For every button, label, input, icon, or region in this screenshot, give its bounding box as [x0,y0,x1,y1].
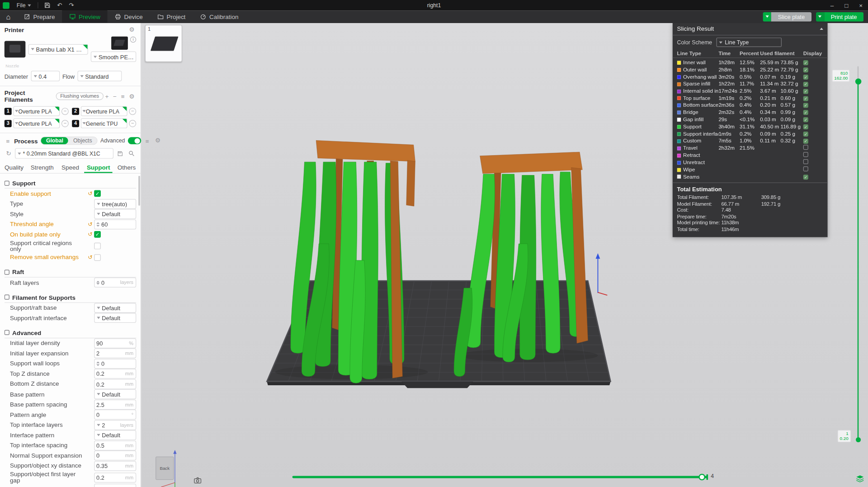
sync-icon[interactable]: ↻ [5,150,13,157]
color-scheme-dropdown[interactable]: Line Type [717,38,782,47]
close-button[interactable]: × [854,0,868,10]
text-input[interactable]: 0° [94,410,136,420]
info-icon[interactable]: i [130,37,136,43]
flow-dropdown[interactable]: Standard [77,71,122,81]
diameter-dropdown[interactable]: 0.4 [31,71,60,81]
text-input[interactable]: 0.2mm [94,369,136,379]
slice-dropdown-icon[interactable] [763,12,771,21]
dropdown[interactable]: Default [94,389,136,399]
display-checkbox[interactable]: ✓ [803,110,808,115]
reset-icon[interactable]: ↺ [88,232,92,237]
undo-icon[interactable]: ↶ [54,2,66,9]
scope-objects-pill[interactable]: Objects [68,137,97,144]
maximize-button[interactable]: □ [839,0,854,10]
file-menu[interactable]: File [13,0,35,10]
display-checkbox[interactable]: ✓ [803,60,808,65]
checkbox[interactable] [94,243,101,250]
filament-dropdown[interactable]: Generic TPU [81,118,127,128]
advanced-toggle[interactable] [128,137,141,144]
param-tab-speed[interactable]: Speed [56,162,84,173]
add-filament-icon[interactable]: + [104,93,110,100]
tab-device[interactable]: Device [108,10,150,23]
param-tab-support[interactable]: Support [85,162,113,173]
dropdown[interactable]: Default [94,313,136,323]
dropdown[interactable]: Default [94,430,136,440]
tab-calibration[interactable]: Calibration [193,10,245,23]
slice-plate-button[interactable]: Slice plate [763,12,811,21]
text-input[interactable]: 0.2mm [94,473,136,482]
filament-list-icon[interactable]: ≡ [119,93,126,100]
layer-slider-top-handle[interactable] [855,78,861,84]
collapse-panel-icon[interactable] [820,28,823,30]
text-input[interactable]: 0mm [94,484,136,487]
display-checkbox[interactable]: ✓ [803,75,808,80]
param-table-icon[interactable]: ≡ [144,137,151,144]
remove-filament-icon[interactable]: − [129,108,136,115]
display-checkbox[interactable] [803,159,808,164]
filament-dropdown[interactable]: Overture PLA [81,106,127,116]
display-checkbox[interactable]: ✓ [803,124,808,129]
display-checkbox[interactable]: ✓ [803,82,808,87]
save-preset-icon[interactable] [116,151,125,156]
checkbox[interactable] [94,254,101,261]
preset-dropdown[interactable]: * 0.20mm Standard @BBL X1C [15,148,113,159]
search-presets-icon[interactable] [127,151,136,156]
dropdown[interactable]: Default [94,209,136,219]
checkbox[interactable]: ✓ [94,231,101,238]
remove-filament-icon[interactable]: − [129,120,136,127]
process-settings-icon[interactable]: ⚙ [153,137,162,144]
spinner-arrows[interactable] [96,222,99,226]
display-checkbox[interactable]: ✓ [803,96,808,101]
text-input[interactable]: 90% [94,338,136,348]
scrollbar[interactable] [138,176,140,206]
home-button[interactable]: ⌂ [0,10,17,23]
dropdown[interactable]: 2layers [94,420,136,430]
text-input[interactable]: 2mm [94,348,136,358]
display-checkbox[interactable] [803,166,808,171]
display-checkbox[interactable]: ✓ [803,103,808,108]
param-tab-strength[interactable]: Strength [28,162,56,173]
text-input[interactable]: 0.2mm [94,379,136,389]
text-input[interactable]: 0mm [94,451,136,461]
layers-icon[interactable] [855,475,865,485]
remove-filament-icon[interactable]: − [61,120,69,127]
minimize-button[interactable]: – [825,0,840,10]
step-slider-track[interactable] [292,476,707,478]
param-tab-quality[interactable]: Quality [0,162,28,173]
spinner-arrows[interactable] [96,362,99,366]
step-slider-handle[interactable] [698,474,705,481]
dropdown[interactable]: Default [94,303,136,313]
back-view-button[interactable]: Back [156,457,174,480]
remove-filament-icon[interactable]: − [111,93,118,100]
display-checkbox[interactable]: ✓ [803,117,808,122]
plate-thumbnail[interactable]: 1 [145,25,182,62]
display-checkbox[interactable]: ✓ [803,139,808,144]
reset-icon[interactable]: ↺ [88,191,92,196]
spinner-input[interactable]: 0 [94,359,136,369]
display-checkbox[interactable]: ✓ [803,175,808,180]
display-checkbox[interactable] [803,145,808,150]
spinner-input[interactable]: 0layers [94,278,136,288]
filament-dropdown[interactable]: Overture PLA [13,106,60,116]
display-checkbox[interactable] [803,152,808,157]
redo-icon[interactable]: ↷ [66,2,77,9]
filament-settings-icon[interactable]: ⚙ [127,93,136,100]
screenshot-camera-icon[interactable] [194,476,202,486]
save-icon[interactable] [41,2,54,8]
dropdown[interactable]: tree(auto) [94,199,136,209]
print-plate-button[interactable]: Print plate [816,12,864,21]
reset-icon[interactable]: ↺ [88,255,92,260]
scope-global-pill[interactable]: Global [41,137,68,144]
filament-dropdown[interactable]: Overture PLA [13,118,60,128]
printer-settings-icon[interactable]: ⚙ [127,26,136,33]
tab-prepare[interactable]: Prepare [17,10,62,23]
tab-preview[interactable]: Preview [62,10,108,23]
reset-icon[interactable]: ↺ [88,222,92,227]
display-checkbox[interactable]: ✓ [803,132,808,137]
text-input[interactable]: 2.5mm [94,400,136,410]
layer-slider-bottom-handle[interactable] [855,437,860,442]
spinner-input[interactable]: 60 [94,219,136,229]
param-tab-others[interactable]: Others [113,162,141,173]
plate-type-dropdown[interactable]: Smooth PEI P... [91,52,136,62]
text-input[interactable]: 0.35mm [94,461,136,471]
